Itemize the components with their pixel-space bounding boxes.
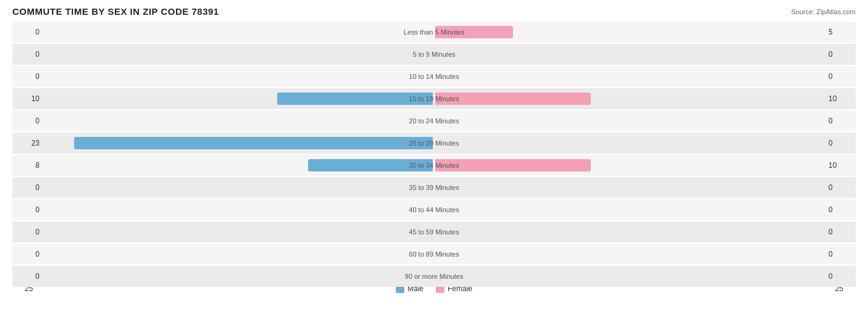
bars-container: 10 to 14 Minutes xyxy=(43,66,825,87)
source-text: Source: ZipAtlas.com xyxy=(791,8,856,15)
chart-row: 035 to 39 Minutes0 xyxy=(12,177,856,198)
right-value: 10 xyxy=(825,161,856,170)
male-bar xyxy=(277,93,433,105)
female-bar xyxy=(435,93,591,105)
left-value: 10 xyxy=(12,94,43,103)
chart-row: 05 to 9 Minutes0 xyxy=(12,44,856,65)
chart-row: 045 to 59 Minutes0 xyxy=(12,221,856,242)
male-bar-wrap xyxy=(43,244,434,265)
left-value: 0 xyxy=(12,272,43,281)
female-bar-wrap xyxy=(434,199,825,220)
right-value: 5 xyxy=(825,28,856,36)
left-value: 0 xyxy=(12,250,43,258)
bars-container: 60 to 89 Minutes xyxy=(43,244,825,265)
bars-container: 20 to 24 Minutes xyxy=(43,110,825,131)
bars-container: Less than 5 Minutes xyxy=(43,22,825,43)
right-value: 0 xyxy=(825,272,856,281)
male-bar-wrap xyxy=(43,88,434,109)
male-bar-wrap xyxy=(43,266,434,287)
chart-row: 0Less than 5 Minutes5 xyxy=(12,22,856,43)
female-bar-wrap xyxy=(434,155,825,176)
female-bar-wrap xyxy=(434,221,825,242)
female-bar-wrap xyxy=(434,244,825,265)
male-bar-wrap xyxy=(43,155,434,176)
female-bar-wrap xyxy=(434,266,825,287)
chart-container: COMMUTE TIME BY SEX IN ZIP CODE 78391 So… xyxy=(0,0,868,322)
left-value: 0 xyxy=(12,228,43,236)
male-bar-wrap xyxy=(43,177,434,198)
right-value: 0 xyxy=(825,228,856,236)
left-value: 0 xyxy=(12,183,43,192)
bars-container: 15 to 19 Minutes xyxy=(43,88,825,109)
female-bar xyxy=(435,159,591,171)
male-bar-wrap xyxy=(43,44,434,65)
right-value: 0 xyxy=(825,50,856,59)
left-value: 0 xyxy=(12,117,43,125)
male-bar-wrap xyxy=(43,221,434,242)
female-bar-wrap xyxy=(434,177,825,198)
right-value: 0 xyxy=(825,205,856,214)
left-value: 0 xyxy=(12,50,43,59)
chart-row: 090 or more Minutes0 xyxy=(12,266,856,287)
right-value: 0 xyxy=(825,139,856,147)
right-value: 10 xyxy=(825,94,856,103)
male-bar xyxy=(308,159,433,171)
female-bar-wrap xyxy=(434,133,825,154)
chart-row: 060 to 89 Minutes0 xyxy=(12,244,856,265)
male-bar xyxy=(74,137,433,149)
female-bar-wrap xyxy=(434,66,825,87)
right-value: 0 xyxy=(825,250,856,258)
male-bar-wrap xyxy=(43,199,434,220)
left-value: 0 xyxy=(12,72,43,81)
chart-row: 2325 to 29 Minutes0 xyxy=(12,133,856,154)
chart-row: 010 to 14 Minutes0 xyxy=(12,66,856,87)
bars-container: 25 to 29 Minutes xyxy=(43,133,825,154)
right-value: 0 xyxy=(825,72,856,81)
bars-container: 45 to 59 Minutes xyxy=(43,221,825,242)
bars-container: 90 or more Minutes xyxy=(43,266,825,287)
left-value: 23 xyxy=(12,139,43,147)
chart-row: 040 to 44 Minutes0 xyxy=(12,199,856,220)
title-row: COMMUTE TIME BY SEX IN ZIP CODE 78391 So… xyxy=(12,6,856,17)
right-value: 0 xyxy=(825,117,856,125)
male-bar-wrap xyxy=(43,66,434,87)
male-bar-wrap xyxy=(43,110,434,131)
bars-container: 35 to 39 Minutes xyxy=(43,177,825,198)
chart-row: 830 to 34 Minutes10 xyxy=(12,155,856,176)
right-value: 0 xyxy=(825,183,856,192)
female-bar-wrap xyxy=(434,44,825,65)
chart-title: COMMUTE TIME BY SEX IN ZIP CODE 78391 xyxy=(12,6,219,17)
left-value: 8 xyxy=(12,161,43,170)
chart-row: 020 to 24 Minutes0 xyxy=(12,110,856,131)
chart-row: 1015 to 19 Minutes10 xyxy=(12,88,856,109)
female-bar-wrap xyxy=(434,22,825,43)
bars-container: 30 to 34 Minutes xyxy=(43,155,825,176)
bars-container: 40 to 44 Minutes xyxy=(43,199,825,220)
left-value: 0 xyxy=(12,205,43,214)
female-bar-wrap xyxy=(434,110,825,131)
female-bar xyxy=(435,26,513,38)
female-bar-wrap xyxy=(434,88,825,109)
chart-area: 0Less than 5 Minutes505 to 9 Minutes0010… xyxy=(12,22,856,281)
bars-container: 5 to 9 Minutes xyxy=(43,44,825,65)
left-value: 0 xyxy=(12,28,43,36)
male-bar-wrap xyxy=(43,133,434,154)
male-bar-wrap xyxy=(43,22,434,43)
